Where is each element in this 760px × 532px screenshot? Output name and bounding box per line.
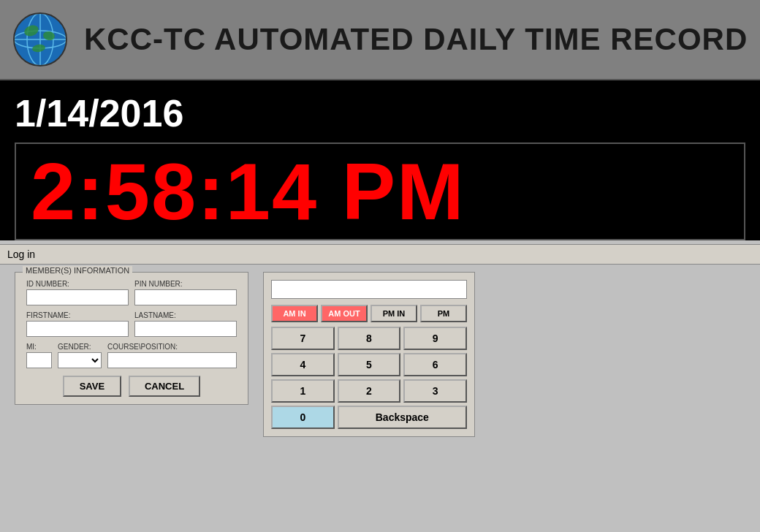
date-display: 1/14/2016 bbox=[15, 88, 745, 139]
form-buttons-row: SAVE CANCEL bbox=[26, 376, 237, 397]
lastname-field: LASTNAME: bbox=[134, 311, 237, 337]
bottom-section: MEMBER(S) INFORMATION ID NUMBER: PIN NUM… bbox=[0, 265, 760, 444]
mi-gender-course-row: MI: GENDER: M F COURSE\POSITION: bbox=[26, 343, 237, 368]
name-row: FIRSTNAME: LASTNAME: bbox=[26, 311, 237, 337]
mi-input[interactable] bbox=[26, 352, 52, 368]
id-number-field: ID NUMBER: bbox=[26, 280, 129, 305]
time-display-wrapper: 2:58:14 PM bbox=[15, 142, 745, 240]
member-info-panel: MEMBER(S) INFORMATION ID NUMBER: PIN NUM… bbox=[15, 272, 248, 405]
btn-2[interactable]: 2 bbox=[338, 379, 401, 403]
course-position-field: COURSE\POSITION: bbox=[107, 343, 237, 368]
course-position-label: COURSE\POSITION: bbox=[107, 343, 237, 351]
btn-1[interactable]: 1 bbox=[271, 379, 335, 403]
cancel-button[interactable]: CANCEL bbox=[129, 376, 200, 397]
login-label: Log in bbox=[7, 248, 35, 260]
mi-label: MI: bbox=[26, 343, 52, 351]
pin-display[interactable] bbox=[271, 280, 467, 299]
numpad-grid: 7 8 9 4 5 6 1 2 3 0 Backspace bbox=[271, 327, 467, 429]
globe-icon bbox=[11, 10, 69, 69]
numpad-panel: AM IN AM OUT PM IN PM 7 8 9 4 5 6 1 2 3 … bbox=[263, 272, 475, 437]
btn-7[interactable]: 7 bbox=[271, 327, 335, 350]
pin-number-field: PIN NUMBER: bbox=[134, 280, 237, 305]
time-display: 2:58:14 PM bbox=[31, 151, 729, 232]
course-position-input[interactable] bbox=[107, 352, 237, 368]
member-info-legend: MEMBER(S) INFORMATION bbox=[23, 266, 132, 275]
pm-in-button[interactable]: PM IN bbox=[370, 305, 417, 322]
btn-9[interactable]: 9 bbox=[403, 327, 467, 350]
firstname-label: FIRSTNAME: bbox=[26, 311, 129, 319]
id-pin-row: ID NUMBER: PIN NUMBER: bbox=[26, 280, 237, 305]
pm-button[interactable]: PM bbox=[420, 305, 467, 322]
time-action-buttons-row: AM IN AM OUT PM IN PM bbox=[271, 305, 467, 322]
id-number-label: ID NUMBER: bbox=[26, 280, 129, 288]
clock-section: 1/14/2016 2:58:14 PM bbox=[0, 80, 760, 240]
save-button[interactable]: SAVE bbox=[63, 376, 121, 397]
lastname-input[interactable] bbox=[134, 321, 237, 337]
btn-8[interactable]: 8 bbox=[338, 327, 401, 350]
app-header: KCC-TC AUTOMATED DAILY TIME RECORD bbox=[0, 0, 760, 80]
btn-3[interactable]: 3 bbox=[403, 379, 467, 403]
backspace-button[interactable]: Backspace bbox=[338, 406, 467, 429]
pin-number-input[interactable] bbox=[134, 289, 237, 305]
mi-field: MI: bbox=[26, 343, 52, 368]
lastname-label: LASTNAME: bbox=[134, 311, 237, 319]
gender-field: GENDER: M F bbox=[58, 343, 102, 368]
pin-number-label: PIN NUMBER: bbox=[134, 280, 237, 288]
am-in-button[interactable]: AM IN bbox=[271, 305, 318, 322]
btn-4[interactable]: 4 bbox=[271, 353, 335, 376]
id-number-input[interactable] bbox=[26, 289, 129, 305]
gender-select[interactable]: M F bbox=[58, 352, 102, 368]
login-bar: Log in bbox=[0, 244, 760, 265]
btn-6[interactable]: 6 bbox=[403, 353, 467, 376]
app-title: KCC-TC AUTOMATED DAILY TIME RECORD bbox=[84, 22, 748, 57]
am-out-button[interactable]: AM OUT bbox=[321, 305, 368, 322]
firstname-input[interactable] bbox=[26, 321, 129, 337]
firstname-field: FIRSTNAME: bbox=[26, 311, 129, 337]
btn-5[interactable]: 5 bbox=[338, 353, 401, 376]
btn-0[interactable]: 0 bbox=[271, 406, 335, 429]
gender-label: GENDER: bbox=[58, 343, 102, 351]
